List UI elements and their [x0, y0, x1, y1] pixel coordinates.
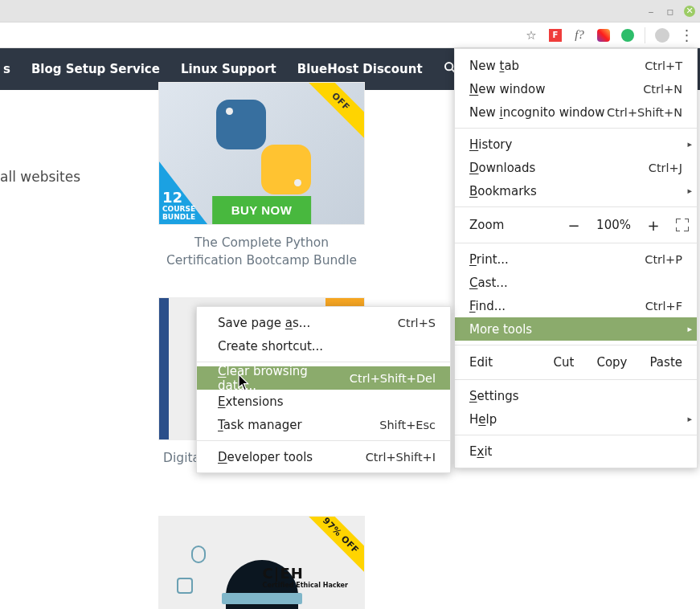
menu-history[interactable]: History▸ [455, 133, 697, 156]
menu-separator [455, 435, 697, 435]
submenu-task-manager[interactable]: Task managerShift+Esc [197, 413, 450, 436]
window-minimize-button[interactable]: – [645, 6, 657, 17]
product-card-ceh[interactable]: C|EHCertified Ethical Hacker 97% OFF [158, 516, 365, 609]
menu-print[interactable]: Print...Ctrl+P [455, 247, 697, 271]
edit-cut[interactable]: Cut [554, 355, 575, 370]
profile-avatar-icon[interactable] [655, 28, 669, 43]
menu-separator [455, 379, 697, 380]
menu-edit-row: Edit Cut Copy Paste [455, 349, 697, 375]
fullscreen-button[interactable] [676, 219, 689, 231]
menu-new-incognito[interactable]: New incognito windowCtrl+Shift+N [455, 100, 697, 124]
browser-toolbar: ☆ F f? ⋮ [0, 22, 700, 48]
menu-separator [455, 243, 697, 243]
menu-separator [455, 128, 697, 129]
zoom-value: 100% [596, 218, 631, 232]
menu-separator [197, 362, 450, 362]
menu-more-tools[interactable]: More tools▸ [455, 317, 697, 341]
menu-bookmarks[interactable]: Bookmarks▸ [455, 179, 697, 202]
nav-item-bluehost[interactable]: BlueHost Discount [297, 62, 423, 76]
menu-new-window[interactable]: New windowCtrl+N [455, 77, 697, 100]
bundle-badge-text: 12 COURSEBUNDLE [162, 190, 195, 221]
nav-item-linux-support[interactable]: Linux Support [181, 62, 276, 76]
menu-zoom-row: Zoom − 100% + [455, 211, 697, 239]
chrome-main-menu: New tabCtrl+T New windowCtrl+N New incog… [454, 48, 698, 468]
menu-new-tab[interactable]: New tabCtrl+T [455, 54, 697, 77]
window-titlebar: – ▫ ✕ [0, 0, 700, 22]
menu-settings[interactable]: Settings [455, 384, 697, 407]
submenu-create-shortcut[interactable]: Create shortcut... [197, 334, 450, 358]
menu-cast[interactable]: Cast... [455, 271, 697, 294]
submenu-clear-browsing-data[interactable]: Clear browsing data...Ctrl+Shift+Del [197, 366, 450, 390]
menu-downloads[interactable]: DownloadsCtrl+J [455, 156, 697, 179]
toolbar-separator [645, 27, 645, 43]
chrome-menu-button[interactable]: ⋮ [679, 28, 694, 43]
submenu-developer-tools[interactable]: Developer toolsCtrl+Shift+I [197, 445, 450, 468]
product-thumb: OFF 12 COURSEBUNDLE BUY NOW [158, 82, 365, 225]
sidebar-text: all websites [0, 169, 80, 185]
menu-separator [455, 206, 697, 207]
menu-exit[interactable]: Exit [455, 439, 697, 463]
ceh-logo: C|EHCertified Ethical Hacker [263, 565, 348, 589]
product-thumb: C|EHCertified Ethical Hacker 97% OFF [158, 516, 365, 609]
menu-find[interactable]: Find...Ctrl+F [455, 294, 697, 317]
nav-item-blog-setup[interactable]: Blog Setup Service [31, 62, 160, 76]
product-card-python[interactable]: OFF 12 COURSEBUNDLE BUY NOW The Complete… [158, 82, 365, 269]
window-maximize-button[interactable]: ▫ [665, 6, 676, 17]
ext-grammarly-icon[interactable] [620, 28, 635, 43]
menu-separator [197, 440, 450, 441]
menu-help[interactable]: Help▸ [455, 407, 697, 431]
python-logo-icon [211, 95, 316, 199]
lock-icon [177, 578, 193, 594]
edit-label: Edit [469, 355, 554, 370]
svg-point-0 [445, 63, 452, 70]
submenu-extensions[interactable]: Extensions [197, 390, 450, 413]
ext-font-icon[interactable]: f? [572, 28, 587, 43]
ext-instagram-icon[interactable] [596, 28, 611, 43]
more-tools-submenu: Save page as...Ctrl+S Create shortcut...… [196, 306, 451, 473]
bookmark-star-icon[interactable]: ☆ [524, 28, 538, 43]
buy-now-button[interactable]: BUY NOW [212, 196, 312, 224]
nav-item-cut[interactable]: s [3, 62, 10, 76]
menu-separator [455, 345, 697, 345]
zoom-label: Zoom [469, 218, 567, 232]
submenu-save-page-as[interactable]: Save page as...Ctrl+S [197, 311, 450, 334]
edit-paste[interactable]: Paste [650, 355, 683, 370]
zoom-in-button[interactable]: + [647, 217, 660, 234]
window-close-button[interactable]: ✕ [684, 6, 695, 17]
ext-flipboard-icon[interactable]: F [548, 28, 563, 43]
fingerprint-icon [191, 546, 206, 563]
edit-copy[interactable]: Copy [596, 355, 627, 370]
zoom-out-button[interactable]: − [567, 217, 580, 234]
product-title: The Complete Python Certification Bootca… [158, 235, 365, 269]
